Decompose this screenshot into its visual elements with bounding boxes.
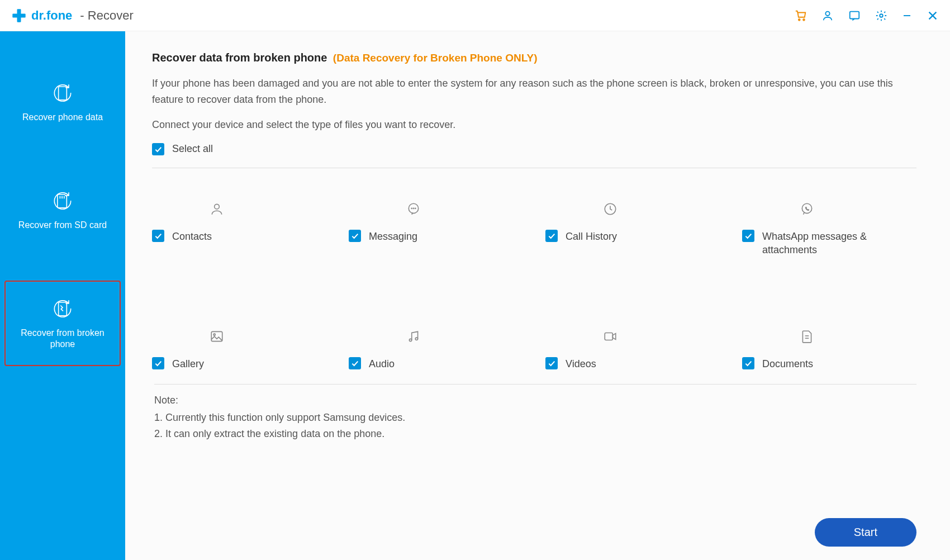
svg-point-4 bbox=[825, 11, 829, 15]
audio-checkbox[interactable] bbox=[349, 357, 361, 369]
datatype-messaging: Messaging bbox=[349, 202, 523, 257]
datatype-audio: Audio bbox=[349, 329, 523, 371]
instruction-text: Connect your device and select the type … bbox=[152, 119, 916, 131]
svg-rect-14 bbox=[59, 302, 67, 316]
titlebar: dr.fone - Recover bbox=[0, 0, 950, 31]
datatype-label: Videos bbox=[566, 357, 596, 371]
brand-text: dr.fone bbox=[31, 8, 72, 23]
datatype-label: Documents bbox=[762, 357, 813, 371]
svg-point-17 bbox=[411, 208, 412, 208]
messaging-icon bbox=[406, 202, 421, 216]
callhistory-checkbox[interactable] bbox=[545, 230, 558, 242]
sd-recover-icon bbox=[50, 188, 75, 213]
titlebar-controls bbox=[795, 10, 939, 22]
notes: Note: 1. Currently this function only su… bbox=[154, 384, 916, 442]
sidebar-item-recover-sd[interactable]: Recover from SD card bbox=[0, 173, 125, 247]
svg-point-3 bbox=[803, 18, 805, 20]
notes-line1: 1. Currently this function only support … bbox=[154, 410, 916, 426]
sidebar-item-recover-broken[interactable]: Recover from broken phone bbox=[4, 281, 121, 367]
footer: Start bbox=[815, 518, 916, 547]
datatype-label: WhatsApp messages & attachments bbox=[762, 230, 874, 257]
datatype-callhistory: Call History bbox=[545, 202, 720, 257]
svg-point-21 bbox=[802, 203, 811, 213]
datatype-label: Gallery bbox=[172, 357, 204, 371]
datatype-label: Audio bbox=[369, 357, 395, 371]
svg-point-23 bbox=[213, 334, 215, 335]
svg-point-15 bbox=[215, 204, 220, 209]
page-title: Recover data from broken phone bbox=[152, 51, 327, 64]
video-icon bbox=[603, 329, 618, 344]
datatype-label: Messaging bbox=[369, 230, 417, 243]
main-panel: Recover data from broken phone (Data Rec… bbox=[125, 31, 950, 560]
contacts-checkbox[interactable] bbox=[152, 230, 164, 242]
heading-row: Recover data from broken phone (Data Rec… bbox=[152, 51, 916, 64]
messaging-checkbox[interactable] bbox=[349, 230, 361, 242]
feedback-icon[interactable] bbox=[848, 10, 861, 22]
document-icon bbox=[800, 329, 814, 344]
close-icon[interactable] bbox=[927, 10, 939, 22]
logo-area: dr.fone - Recover bbox=[11, 8, 134, 23]
svg-rect-26 bbox=[605, 333, 612, 340]
svg-rect-5 bbox=[850, 11, 859, 18]
datatype-whatsapp: WhatsApp messages & attachments bbox=[742, 202, 916, 257]
sidebar-item-label: Recover from SD card bbox=[18, 220, 107, 231]
select-all-label: Select all bbox=[172, 143, 213, 155]
svg-point-18 bbox=[413, 208, 414, 208]
module-text: - Recover bbox=[80, 8, 133, 23]
cart-icon[interactable] bbox=[795, 10, 807, 22]
sidebar-item-recover-phone[interactable]: Recover phone data bbox=[0, 65, 125, 139]
gallery-icon bbox=[210, 329, 224, 344]
datatype-label: Call History bbox=[566, 230, 617, 243]
minimize-icon[interactable] bbox=[902, 10, 912, 22]
svg-point-2 bbox=[799, 18, 800, 20]
start-button[interactable]: Start bbox=[815, 518, 916, 547]
description-text: If your phone has been damaged and you a… bbox=[152, 75, 901, 108]
select-all-checkbox[interactable] bbox=[152, 143, 164, 155]
svg-point-24 bbox=[409, 339, 411, 341]
clock-icon bbox=[603, 202, 618, 216]
svg-point-6 bbox=[880, 14, 883, 17]
audio-icon bbox=[406, 329, 421, 344]
documents-checkbox[interactable] bbox=[742, 357, 754, 369]
svg-rect-1 bbox=[12, 13, 25, 17]
datatype-label: Contacts bbox=[172, 230, 212, 243]
datatype-contacts: Contacts bbox=[152, 202, 326, 257]
sidebar-item-label: Recover from broken phone bbox=[10, 328, 115, 351]
page-subtitle: (Data Recovery for Broken Phone ONLY) bbox=[333, 52, 538, 64]
contacts-icon bbox=[210, 202, 224, 216]
gear-icon[interactable] bbox=[875, 10, 887, 22]
whatsapp-icon bbox=[800, 202, 814, 216]
notes-title: Note: bbox=[154, 392, 916, 409]
phone-recover-icon bbox=[50, 80, 75, 105]
broken-phone-icon bbox=[50, 296, 75, 321]
svg-point-19 bbox=[415, 208, 416, 208]
gallery-checkbox[interactable] bbox=[152, 357, 164, 369]
user-icon[interactable] bbox=[821, 10, 834, 22]
whatsapp-checkbox[interactable] bbox=[742, 230, 754, 242]
sidebar-item-label: Recover phone data bbox=[22, 112, 103, 124]
select-all-row: Select all bbox=[152, 143, 916, 168]
plus-logo-icon bbox=[11, 8, 27, 23]
datatype-grid: Contacts Messaging Call History WhatsApp… bbox=[152, 202, 916, 371]
datatype-videos: Videos bbox=[545, 329, 720, 371]
svg-rect-10 bbox=[59, 87, 67, 100]
svg-rect-22 bbox=[211, 332, 222, 341]
datatype-documents: Documents bbox=[742, 329, 916, 371]
sidebar: Recover phone data Recover from SD card … bbox=[0, 31, 125, 560]
datatype-gallery: Gallery bbox=[152, 329, 326, 371]
svg-point-25 bbox=[415, 338, 417, 340]
videos-checkbox[interactable] bbox=[545, 357, 558, 369]
notes-line2: 2. It can only extract the existing data… bbox=[154, 426, 916, 442]
